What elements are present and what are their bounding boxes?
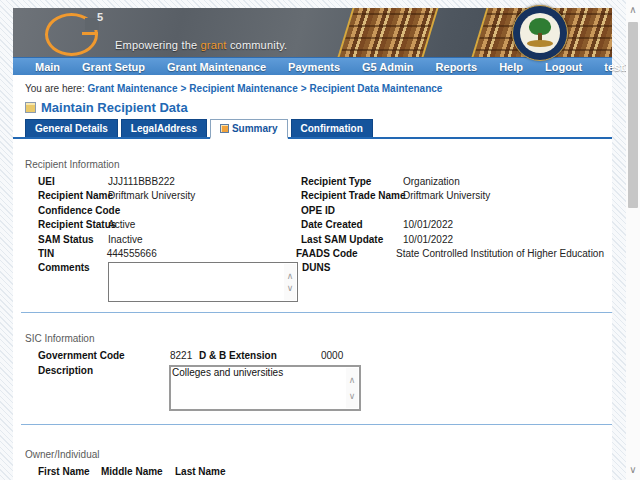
recipient-type-value: Organization (403, 175, 604, 189)
government-code-row: Government Code 8221 D & B Extension 000… (38, 349, 612, 363)
nav-logout[interactable]: Logout (534, 61, 593, 73)
tab-summary[interactable]: Summary (210, 119, 288, 139)
uei-value: JJJ111BBB222 (108, 175, 301, 189)
recipient-name-value: Driftmark University (108, 189, 301, 203)
chevron-up-icon[interactable]: ∧ (349, 376, 356, 384)
section-divider (21, 312, 612, 313)
recipient-type-label: Recipient Type (301, 175, 403, 189)
last-sam-update-label: Last SAM Update (301, 233, 403, 247)
description-label: Description (38, 365, 169, 411)
main-navbar: Main Grant Setup Grant Maintenance Payme… (13, 57, 612, 75)
confidence-code-value (108, 204, 301, 218)
duns-label: DUNS (302, 262, 400, 302)
db-extension-label: D & B Extension (199, 349, 321, 363)
breadcrumb: You are here: Grant Maintenance>Recipien… (13, 75, 612, 94)
tin-value: 444555666 (107, 247, 296, 261)
description-row: Description Colleges and universities ∧ … (38, 365, 612, 411)
nav-help[interactable]: Help (488, 61, 534, 73)
field-row: TIN 444555666 FAADS Code State Controlle… (38, 247, 604, 261)
breadcrumb-link-grant-maintenance[interactable]: Grant Maintenance (87, 83, 177, 94)
date-created-value: 10/01/2022 (403, 218, 604, 232)
breadcrumb-link-recipient-data-maintenance[interactable]: Recipient Data Maintenance (310, 83, 443, 94)
scrollbar-thumb[interactable] (628, 22, 638, 208)
recipient-status-value: Active (108, 218, 301, 232)
confidence-code-label: Confidence Code (38, 204, 108, 218)
scroll-down-icon[interactable]: ∨ (626, 463, 640, 477)
form-icon (25, 102, 36, 113)
page-viewport: 5 Empowering the grant community. Main G… (13, 8, 612, 480)
g5-logo (45, 13, 98, 56)
description-textarea[interactable]: Colleges and universities ∧ ∨ (169, 365, 361, 411)
field-row: Recipient Name Driftmark University Reci… (38, 189, 604, 203)
government-code-label: Government Code (38, 349, 170, 363)
scroll-up-icon[interactable]: ∧ (626, 3, 640, 17)
breadcrumb-link-recipient-maintenance[interactable]: Recipient Maintenance (189, 83, 297, 94)
owner-table-headers: First Name Middle Name Last Name (38, 465, 612, 479)
bookshelf-image (336, 8, 441, 57)
ope-id-label: OPE ID (301, 204, 403, 218)
tin-label: TIN (38, 247, 107, 261)
faads-code-value: State Controlled Institution of Higher E… (396, 247, 604, 261)
department-of-education-seal (512, 5, 568, 61)
last-sam-update-value: 10/01/2022 (403, 233, 604, 247)
breadcrumb-prefix: You are here: (25, 83, 85, 94)
recipient-info-section-title: Recipient Information (25, 159, 612, 170)
page-title: Maintain Recipient Data (25, 100, 612, 115)
government-code-value: 8221 (170, 349, 199, 363)
tab-legal-address[interactable]: LegalAddress (121, 119, 207, 137)
summary-tab-icon (220, 124, 229, 133)
nav-main[interactable]: Main (24, 61, 71, 73)
nav-payments[interactable]: Payments (277, 61, 351, 73)
section-divider (21, 424, 612, 425)
sam-status-label: SAM Status (38, 233, 108, 247)
nav-grant-setup[interactable]: Grant Setup (71, 61, 156, 73)
vertical-scrollbar[interactable]: ∧ ∨ (626, 0, 640, 480)
tab-bar: General Details LegalAddress Summary Con… (13, 119, 612, 139)
chevron-down-icon[interactable]: ∨ (349, 392, 356, 400)
comments-label: Comments (38, 262, 108, 302)
textarea-scrollbar[interactable]: ∧ ∨ (284, 264, 296, 300)
last-name-header: Last Name (175, 465, 226, 479)
recipient-trade-name-label: Recipient Trade Name (301, 189, 403, 203)
ope-id-value (403, 204, 604, 218)
nav-reports[interactable]: Reports (425, 61, 489, 73)
db-extension-value: 0000 (321, 349, 343, 363)
owner-individual-section-title: Owner/Individual (25, 449, 612, 460)
tab-confirmation[interactable]: Confirmation (291, 119, 373, 137)
middle-name-header: Middle Name (101, 465, 175, 479)
comments-textarea[interactable]: ∧ ∨ (108, 262, 298, 302)
uei-label: UEI (38, 175, 108, 189)
sam-status-value: Inactive (108, 233, 301, 247)
comments-row: Comments ∧ ∨ DUNS (38, 262, 604, 302)
chevron-down-icon[interactable]: ∨ (287, 284, 294, 292)
field-row: Confidence Code OPE ID (38, 204, 604, 218)
faads-code-label: FAADS Code (296, 247, 396, 261)
header-banner: 5 Empowering the grant community. (13, 8, 612, 57)
field-row: UEI JJJ111BBB222 Recipient Type Organiza… (38, 175, 604, 189)
description-text: Colleges and universities (172, 367, 283, 378)
recipient-status-label: Recipient Status (38, 218, 108, 232)
field-row: Recipient Status Active Date Created 10/… (38, 218, 604, 232)
nav-grant-maintenance[interactable]: Grant Maintenance (156, 61, 277, 73)
sic-info-section-title: SIC Information (25, 333, 612, 344)
recipient-info-fields: UEI JJJ111BBB222 Recipient Type Organiza… (38, 175, 604, 302)
chevron-up-icon[interactable]: ∧ (287, 272, 294, 280)
date-created-label: Date Created (301, 218, 403, 232)
recipient-trade-name-value: Driftmark University (403, 189, 604, 203)
tagline: Empowering the grant community. (115, 39, 287, 51)
nav-g5-admin[interactable]: G5 Admin (351, 61, 425, 73)
textarea-scrollbar[interactable]: ∧ ∨ (346, 368, 358, 408)
field-row: SAM Status Inactive Last SAM Update 10/0… (38, 233, 604, 247)
recipient-name-label: Recipient Name (38, 189, 108, 203)
content-area: You are here: Grant Maintenance>Recipien… (13, 75, 612, 480)
g5-logo-number: 5 (97, 11, 103, 23)
first-name-header: First Name (38, 465, 101, 479)
tab-general-details[interactable]: General Details (25, 119, 118, 137)
